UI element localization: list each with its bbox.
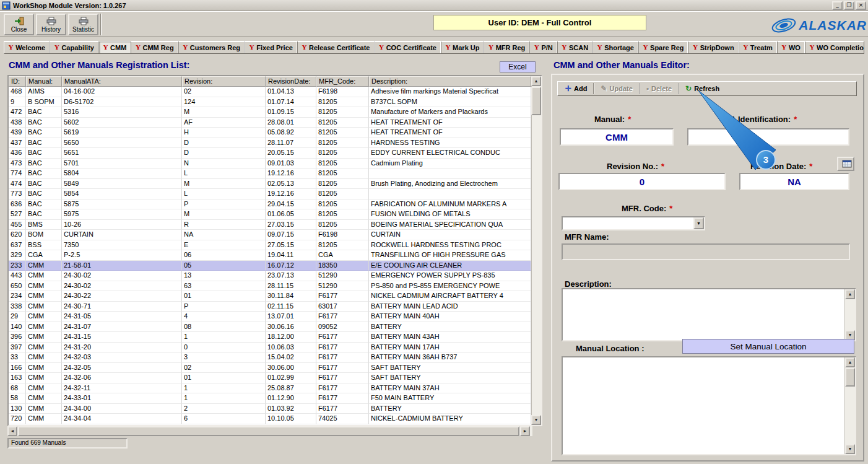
add-button[interactable]: ✛ Add: [560, 82, 592, 95]
table-row[interactable]: 9B SOPMD6-5170212401.07.1481205B737CL SO…: [9, 97, 531, 108]
table-row[interactable]: 130CMM24-34-00201.03.92F6177BATTERY: [9, 404, 531, 414]
tab-shortage[interactable]: YShortage: [593, 42, 639, 53]
column-header[interactable]: Revision:: [182, 76, 266, 87]
tab-mfr-reg[interactable]: YMFR Reg: [484, 42, 530, 53]
table-row[interactable]: 166CMM24-32-050230.06.00F6177SAFT BATTER…: [9, 363, 531, 374]
table-row[interactable]: 163CMM24-32-060101.02.99F6177SAFT BATTER…: [9, 373, 531, 383]
tab-stripdown[interactable]: YStripDown: [688, 42, 739, 53]
revision-no-field[interactable]: 0: [558, 173, 726, 190]
manual-field[interactable]: CMM: [560, 128, 674, 146]
ata-identification-field[interactable]: [687, 128, 849, 146]
tab-release-certificate[interactable]: YRelease Certificate: [298, 42, 375, 53]
table-cell: D: [182, 148, 266, 159]
tab-fixed-price[interactable]: YFixed Price: [245, 42, 298, 53]
table-row[interactable]: 397CMM24-31-20010.06.03F6177BATTERY MAIN…: [9, 343, 531, 353]
column-header[interactable]: MFR_Code:: [316, 76, 369, 87]
description-scrollbar[interactable]: ▲ ▼: [844, 289, 855, 340]
scroll-right-icon[interactable]: ►: [520, 426, 530, 436]
history-button[interactable]: History: [36, 14, 66, 35]
tab-wo[interactable]: YWO: [778, 42, 805, 53]
tab-spare-reg[interactable]: YSpare Reg: [639, 42, 689, 53]
table-row[interactable]: 436BAC5651D20.05.1581205EDDY CURRENT ELE…: [9, 148, 531, 159]
revision-date-field[interactable]: NA: [739, 173, 849, 190]
table-cell: 233: [9, 261, 26, 271]
table-row[interactable]: 439BAC5619H05.08.9281205HEAT TREATMENT O…: [9, 128, 531, 138]
vertical-scrollbar[interactable]: ▲ ▼: [531, 76, 541, 425]
table-row[interactable]: 58CMM24-33-01101.12.90F6177F50 MAIN BATT…: [9, 393, 531, 404]
location-scroll-thumb[interactable]: [845, 368, 855, 387]
tab-treatm[interactable]: YTreatm: [739, 42, 778, 53]
mfr-code-combobox[interactable]: ▼: [562, 216, 705, 230]
tab-coc-certificate[interactable]: YCOC Certificate: [375, 42, 441, 53]
table-row[interactable]: 468AIMS04-16-0020201.04.13F6198Adhesive …: [9, 87, 531, 97]
table-cell: F6177: [316, 312, 369, 322]
chevron-down-icon[interactable]: ▼: [693, 217, 704, 229]
maximize-button[interactable]: ❐: [844, 1, 854, 10]
statistic-button[interactable]: Statistic: [68, 14, 98, 35]
column-header[interactable]: ManualATA:: [62, 76, 182, 87]
table-row[interactable]: 620BOMCURTAINNA09.07.15F6198CURTAIN: [9, 230, 531, 240]
tab-scan[interactable]: YSCAN: [558, 42, 593, 53]
scroll-left-icon[interactable]: ◄: [7, 426, 17, 436]
table-row[interactable]: 140CMM24-31-070830.06.1609052BATTERY: [9, 322, 531, 333]
table-row[interactable]: 438BAC5602AF28.08.0181205HEAT TREATMENT …: [9, 118, 531, 128]
scroll-up-icon[interactable]: ▲: [845, 289, 855, 299]
scroll-down-icon[interactable]: ▼: [845, 444, 855, 454]
scroll-up-icon[interactable]: ▲: [531, 76, 541, 86]
column-header[interactable]: Description:: [369, 76, 531, 87]
table-cell: BMS: [26, 220, 62, 230]
table-row[interactable]: 527BAC5975M01.06.0581205FUSION WELDING O…: [9, 209, 531, 220]
tab-p-n[interactable]: YP/N: [530, 42, 557, 53]
table-cell: F6198: [316, 87, 369, 97]
table-cell: 63017: [316, 302, 369, 312]
minimize-button[interactable]: _: [832, 1, 843, 10]
manual-location-scrollbar[interactable]: ▲ ▼: [844, 357, 855, 454]
tab-cmm[interactable]: YCMM: [99, 42, 131, 53]
column-header[interactable]: Manual:: [26, 76, 62, 87]
column-header[interactable]: RevisionDate:: [266, 76, 316, 87]
horizontal-scrollbar[interactable]: ◄ ►: [7, 426, 542, 436]
tab-welcome[interactable]: YWelcome: [4, 42, 50, 53]
table-row[interactable]: 234CMM24-30-220130.11.84F6177NICKEL CADM…: [9, 291, 531, 302]
table-row[interactable]: 474BAC5849M02.05.1381205Brush Plating, A…: [9, 179, 531, 190]
set-manual-location-button[interactable]: Set Manual Location: [682, 339, 854, 354]
table-row[interactable]: 29CMM24-31-05413.07.01F6177BATTERY MAIN …: [9, 312, 531, 322]
table-row[interactable]: 720CMM24-34-04610.10.0574025NICKEL-CADMI…: [9, 414, 531, 424]
tab-cmm-reg[interactable]: YCMM Reg: [131, 42, 178, 53]
table-row[interactable]: 233CMM21-58-010516.07.1218350E/E COOLING…: [9, 261, 531, 271]
table-row[interactable]: 637BSS7350E27.05.1581205ROCKWELL HARDNES…: [9, 240, 531, 251]
scroll-down-icon[interactable]: ▼: [531, 415, 541, 425]
table-row[interactable]: 396CMM24-31-15118.12.00F6177BATTERY MAIN…: [9, 332, 531, 343]
table-row[interactable]: 773BAC5854L19.12.1681205: [9, 189, 531, 199]
table-row[interactable]: 68CMM24-32-11125.08.87F6177BATTERY MAIN …: [9, 383, 531, 394]
update-button[interactable]: ✎ Update: [596, 82, 637, 95]
tab-wo-completion[interactable]: YWO Completion: [805, 42, 864, 53]
close-window-button[interactable]: ×: [856, 1, 866, 10]
tab-customers-reg[interactable]: YCustomers Reg: [179, 42, 245, 53]
tab-capability[interactable]: YCapability: [50, 42, 99, 53]
table-row[interactable]: 636BAC5875P29.04.1581205FABRICATION OF A…: [9, 199, 531, 210]
table-cell: EDDY CURRENT ELECTRICAL CONDUC: [369, 148, 531, 159]
horizontal-scroll-thumb[interactable]: [18, 426, 519, 436]
table-row[interactable]: 329CGAP-2.50619.04.11CGATRANSFILLING OF …: [9, 250, 531, 261]
description-textarea[interactable]: ▲ ▼: [562, 288, 856, 341]
table-row[interactable]: 443CMM24-30-021323.07.1351290EMERGENCY P…: [9, 271, 531, 281]
table-row[interactable]: 472BAC5316M01.09.1581205Manufacture of M…: [9, 107, 531, 118]
scroll-up-icon[interactable]: ▲: [845, 357, 855, 367]
tab-mark-up[interactable]: YMark Up: [441, 42, 485, 53]
refresh-button[interactable]: ↻ Refresh: [680, 82, 724, 95]
excel-button[interactable]: Excel: [500, 61, 536, 72]
manual-location-textarea[interactable]: ▲ ▼: [562, 356, 856, 455]
table-row[interactable]: 33CMM24-32-03315.04.02F6177BATTERY MAIN …: [9, 352, 531, 363]
close-button[interactable]: Close: [4, 14, 34, 35]
table-row[interactable]: 473BAC5701N09.01.0381205Cadmium Plating: [9, 159, 531, 169]
vertical-scroll-thumb[interactable]: [531, 87, 541, 115]
delete-button[interactable]: ▪ Delete: [641, 82, 677, 95]
calendar-button[interactable]: [837, 157, 854, 171]
table-row[interactable]: 455BMS10-26R27.03.1581205BOEING MATERIAL…: [9, 220, 531, 230]
table-row[interactable]: 650CMM24-30-026328.11.1551290PS-850 and …: [9, 281, 531, 292]
table-row[interactable]: 774BAC5804L19.12.1681205: [9, 169, 531, 179]
column-header[interactable]: ID:: [9, 76, 26, 87]
table-row[interactable]: 338CMM24-30-71P02.11.1563017BATTERY MAIN…: [9, 302, 531, 312]
table-row[interactable]: 437BAC5650D28.11.0781205HARDNESS TESTING: [9, 138, 531, 149]
